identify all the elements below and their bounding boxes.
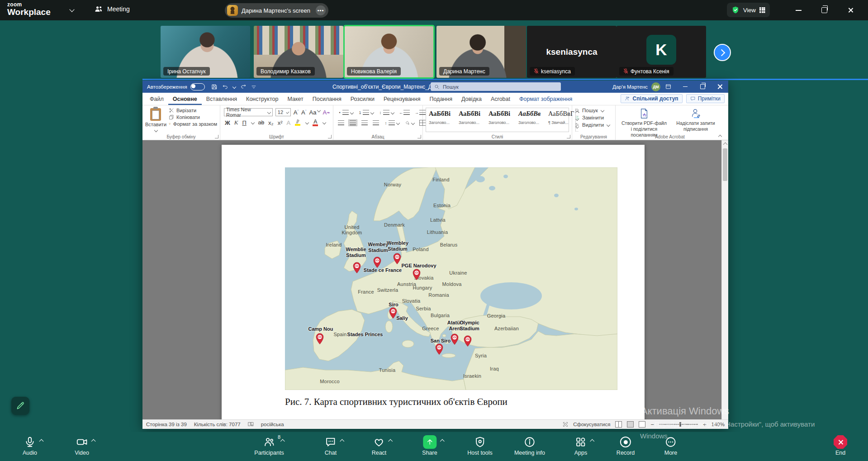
ribbon-display-options-button[interactable] <box>659 81 677 93</box>
ribbon-tab-7[interactable]: Розсилки <box>346 93 379 105</box>
style-card-4[interactable]: АаБбВвЗаголово... <box>516 108 545 132</box>
word-close-button[interactable] <box>711 81 728 93</box>
bold-button[interactable]: Ж <box>225 119 230 126</box>
react-button[interactable]: React <box>372 435 387 456</box>
send-signature-button[interactable]: Надіслати запити підписання <box>673 108 718 138</box>
video-chevron-icon[interactable] <box>91 439 96 444</box>
ribbon-tab-4[interactable]: Конструктор <box>242 93 283 105</box>
dialog-launcher-icon[interactable] <box>328 135 332 138</box>
clear-formatting-button[interactable]: А⌁ <box>323 109 331 116</box>
grow-font-button[interactable]: Аˆ <box>294 109 299 116</box>
read-mode-button[interactable] <box>615 421 622 428</box>
video-tile-active-speaker[interactable]: Новикова Валерія <box>344 26 434 78</box>
participants-button[interactable]: 8 Participants <box>254 435 284 456</box>
scrollbar-thumb[interactable] <box>723 148 727 181</box>
word-restore-button[interactable] <box>694 81 711 93</box>
react-chevron-icon[interactable] <box>389 439 393 444</box>
zoom-slider[interactable] <box>659 424 698 425</box>
record-button[interactable]: Record <box>617 435 635 456</box>
justify-button[interactable] <box>372 120 380 126</box>
dialog-launcher-icon[interactable] <box>417 135 421 138</box>
ribbon-tab-12[interactable]: Формат зображення <box>515 93 577 105</box>
bullet-list-button[interactable]: • <box>337 109 354 115</box>
vertical-scrollbar[interactable] <box>721 140 728 419</box>
video-tile[interactable]: Володимир Казаков <box>254 26 343 78</box>
find-button[interactable]: Пошук <box>575 108 612 113</box>
font-name-select[interactable]: Times New Romar <box>224 108 273 116</box>
ribbon-tab-5[interactable]: Макет <box>283 93 308 105</box>
scroll-up-icon[interactable] <box>723 143 728 147</box>
redo-icon[interactable] <box>240 84 247 90</box>
align-left-button[interactable] <box>337 120 345 126</box>
word-count[interactable]: Кількість слів: 7077 <box>194 422 241 427</box>
ribbon-tab-6[interactable]: Посилання <box>308 93 346 105</box>
ribbon-tab-2[interactable]: Основне <box>168 93 202 105</box>
font-size-select[interactable]: 12 <box>275 108 291 116</box>
underline-button[interactable]: П <box>242 119 246 126</box>
multilevel-list-button[interactable]: ⁝ <box>378 109 395 115</box>
shrink-font-button[interactable]: Аˇ <box>301 109 306 116</box>
participants-chevron-icon[interactable] <box>280 439 285 444</box>
ribbon-tab-1[interactable]: Файл <box>145 93 168 105</box>
ribbon-tab-9[interactable]: Подання <box>425 93 456 105</box>
video-button[interactable]: Video <box>75 435 89 456</box>
apps-button[interactable]: Apps <box>574 435 588 456</box>
next-participants-page-button[interactable] <box>714 44 731 61</box>
share-options-button[interactable]: ••• <box>316 5 326 15</box>
shading-button[interactable] <box>403 120 415 126</box>
replace-button[interactable]: Замінити <box>575 115 612 120</box>
zoom-out-icon[interactable]: − <box>650 421 654 428</box>
share-button[interactable]: Share <box>422 435 437 456</box>
numbered-list-button[interactable]: 1 <box>357 109 375 115</box>
annotate-button[interactable] <box>11 397 29 415</box>
align-center-button[interactable] <box>348 119 357 126</box>
line-spacing-button[interactable]: ↕ <box>383 120 400 126</box>
style-card-5[interactable]: АаБбВвГ¶ Звичай... <box>545 108 575 132</box>
highlight-color-button[interactable] <box>294 119 301 126</box>
view-controls[interactable]: View <box>727 3 770 17</box>
ribbon-tab-11[interactable]: Acrobat <box>486 93 515 105</box>
audio-chevron-icon[interactable] <box>39 439 44 444</box>
dialog-launcher-icon[interactable] <box>567 135 570 138</box>
decrease-indent-button[interactable]: ← <box>398 109 411 115</box>
font-color-button[interactable]: А <box>313 119 318 126</box>
workspace-chevron-down-icon[interactable] <box>69 7 74 12</box>
undo-icon[interactable] <box>222 84 228 90</box>
account-info[interactable]: Дар'я Мартенс ДМ <box>612 81 660 93</box>
search-box[interactable]: Пошук <box>431 82 561 91</box>
window-restore-button[interactable] <box>814 0 834 20</box>
zoom-in-icon[interactable]: + <box>703 421 707 428</box>
proofing-icon[interactable] <box>248 422 254 427</box>
copy-button[interactable]: Копіювати <box>169 114 217 120</box>
cut-button[interactable]: Вирізати <box>169 108 217 113</box>
page-indicator[interactable]: Сторінка 39 із 39 <box>146 422 187 427</box>
chat-chevron-icon[interactable] <box>340 439 345 444</box>
meeting-info-button[interactable]: Meeting info <box>514 435 545 456</box>
create-pdf-button[interactable]: Створити PDF-файл і поділитися посилання… <box>621 108 667 138</box>
format-painter-button[interactable]: Формат за зразком <box>169 121 217 127</box>
window-minimize-button[interactable] <box>788 0 808 20</box>
apps-chevron-icon[interactable] <box>590 439 595 444</box>
share-document-button[interactable]: Спіль­ний доступ <box>621 94 682 103</box>
print-layout-button[interactable] <box>627 421 634 428</box>
video-tile[interactable]: Ірина Остапчук <box>161 26 250 78</box>
select-button[interactable]: Виділити <box>575 122 612 128</box>
comments-button[interactable]: Примітки <box>686 94 725 103</box>
video-tile[interactable]: kseniasynca kseniasynca <box>527 26 617 78</box>
change-case-button[interactable]: Аа <box>309 109 320 116</box>
language-indicator[interactable]: російська <box>261 422 284 427</box>
dialog-launcher-icon[interactable] <box>215 135 218 138</box>
host-tools-button[interactable]: Host tools <box>467 435 493 456</box>
customize-qat-icon[interactable] <box>251 84 256 90</box>
style-card-1[interactable]: АаБбВіЗаголово... <box>426 108 456 132</box>
save-icon[interactable] <box>211 84 218 90</box>
focus-label[interactable]: Сфокусуватися <box>573 422 610 427</box>
audio-button[interactable]: Audio <box>23 435 37 456</box>
window-close-button[interactable] <box>840 0 860 20</box>
subscript-button[interactable]: х₂ <box>268 119 274 126</box>
align-right-button[interactable] <box>360 120 369 126</box>
text-effects-button[interactable]: А <box>286 119 290 126</box>
shared-screen-pill[interactable]: Дарина Мартенс's screen ••• <box>225 3 328 18</box>
ribbon-tab-10[interactable]: Довідка <box>457 93 486 105</box>
superscript-button[interactable]: х² <box>278 119 283 126</box>
